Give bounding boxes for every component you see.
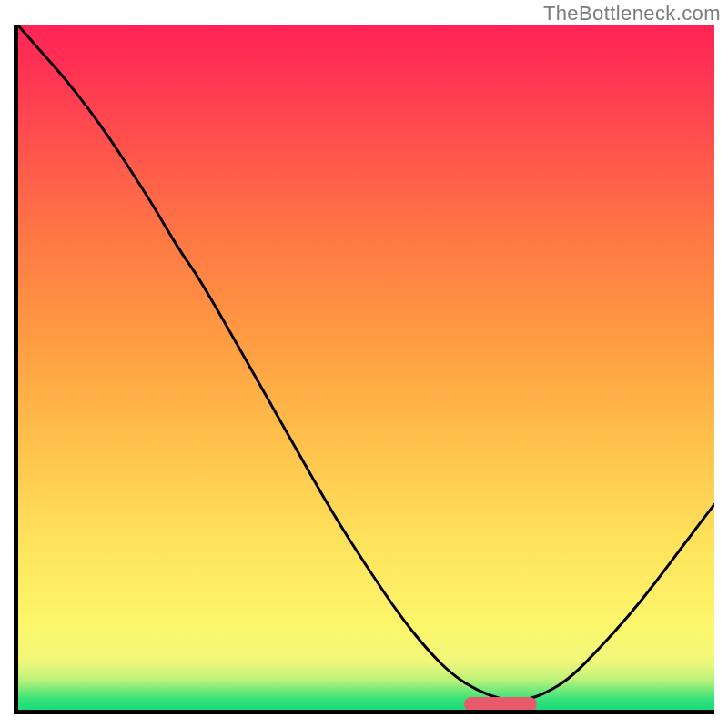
watermark-text: TheBottleneck.com	[543, 2, 721, 25]
plot-inner	[18, 25, 714, 710]
optimal-range-marker	[464, 697, 537, 712]
plot-svg	[18, 25, 714, 710]
gradient-background	[18, 25, 714, 710]
plot-area	[14, 25, 714, 714]
